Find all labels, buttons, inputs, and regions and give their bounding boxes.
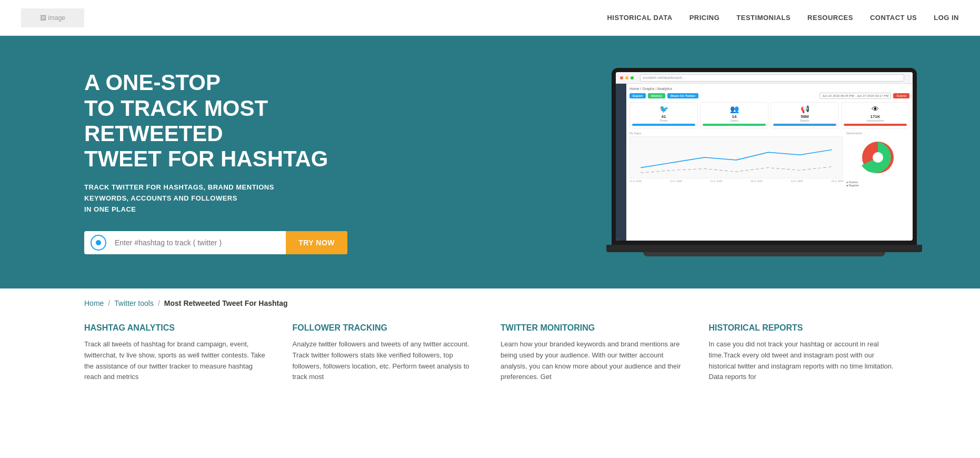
dash-sidebar [616, 84, 626, 241]
feature-historical-reports-desc: In case you did not track your hashtag o… [709, 339, 896, 383]
charts-row: By Days 21.6, 5AM21.6, 5AM21.6, 6AM [629, 132, 909, 187]
main-nav: HISTORICAL DATA PRICING TESTIMONIALS RES… [607, 14, 959, 22]
hero-subtext: TRACK TWITTER FOR HASHTAGS, BRAND MENTIO… [84, 182, 358, 215]
breadcrumb-sep-2: / [158, 299, 160, 307]
hero-content: A ONE-STOP TO TRACK MOST RETWEETED TWEET… [84, 70, 358, 254]
impressions-label: Impressions [844, 119, 907, 122]
logo-area: 🖼 image [21, 8, 84, 27]
posts-label: Posts [632, 119, 695, 122]
laptop-screen-wrapper: socialert.net/dashboard/... Home / Graph… [612, 68, 917, 245]
export-btn[interactable]: Export [629, 93, 646, 98]
users-value: 14 [703, 114, 766, 119]
feature-hashtag-analytics-title: HASHTAG ANALYTICS [84, 323, 272, 333]
feature-hashtag-analytics: HASHTAG ANALYTICS Track all tweets of ha… [84, 323, 272, 383]
stat-cards: 🐦 41 Posts 👥 14 Users [629, 102, 909, 128]
feature-twitter-monitoring: TWITTER MONITORING Learn how your brande… [501, 323, 688, 383]
maximize-dot [631, 76, 634, 79]
line-chart-svg [630, 137, 843, 178]
breadcrumb-twitter-tools[interactable]: Twitter tools [114, 299, 154, 307]
date-range: Jun 22 2016 06:25 PM - Jun 27 2016 02:17… [819, 93, 891, 99]
feature-follower-tracking: FOLLOWER TRACKING Analyze twitter follow… [293, 323, 480, 383]
hero-headline: A ONE-STOP TO TRACK MOST RETWEETED TWEET… [84, 70, 358, 172]
impressions-bar [844, 124, 907, 126]
posts-bar [632, 124, 695, 126]
url-bar: socialert.net/dashboard/... [640, 74, 904, 82]
share-btn[interactable]: Share On Twitter [667, 93, 699, 98]
breadcrumb-section: Home / Twitter tools / Most Retweeted Tw… [0, 288, 980, 313]
pie-chart-svg [857, 136, 899, 178]
feature-historical-reports: HISTORICAL REPORTS In case you did not t… [709, 323, 896, 383]
nav-testimonials[interactable]: TESTIMONIALS [736, 14, 791, 22]
pie-legend: ■ Positive ■ Negative [846, 181, 909, 187]
stat-card-posts: 🐦 41 Posts [629, 102, 698, 128]
users-bar [703, 124, 766, 126]
logo: 🖼 image [21, 8, 84, 27]
close-dot [620, 76, 623, 79]
nav-log-in[interactable]: LOG IN [934, 14, 959, 22]
breadcrumb-sep-1: / [108, 299, 110, 307]
hashtag-search-input[interactable] [106, 231, 286, 254]
posts-icon: 🐦 [632, 105, 695, 113]
line-chart-area: By Days 21.6, 5AM21.6, 5AM21.6, 6AM [629, 132, 843, 187]
feature-historical-reports-title: HISTORICAL REPORTS [709, 323, 896, 333]
reach-label: Reach [773, 119, 836, 122]
laptop: socialert.net/dashboard/... Home / Graph… [601, 68, 927, 256]
users-label: Users [703, 119, 766, 122]
svg-point-1 [873, 152, 883, 163]
dash-main: Home / Graphs / Analytics Export History… [626, 84, 913, 241]
reach-icon: 📢 [773, 105, 836, 113]
dashboard-layout: Home / Graphs / Analytics Export History… [616, 84, 913, 241]
impressions-icon: 👁 [844, 105, 907, 113]
reach-value: 58M [773, 114, 836, 119]
nav-contact-us[interactable]: CONTACT US [870, 14, 917, 22]
feature-follower-tracking-title: FOLLOWER TRACKING [293, 323, 480, 333]
line-chart-labels: 21.6, 5AM21.6, 5AM21.6, 6AM33.6, 5AM23.6… [629, 180, 843, 183]
header: 🖼 image HISTORICAL DATA PRICING TESTIMON… [0, 0, 980, 36]
minimize-dot [625, 76, 628, 79]
hero-section: A ONE-STOP TO TRACK MOST RETWEETED TWEET… [0, 36, 980, 288]
breadcrumb: Home / Twitter tools / Most Retweeted Tw… [84, 299, 896, 307]
users-icon: 👥 [703, 105, 766, 113]
try-now-button[interactable]: TRY NOW [286, 231, 347, 254]
reach-bar [773, 124, 836, 126]
dash-breadcrumb: Home / Graphs / Analytics [629, 87, 909, 91]
stat-card-reach: 📢 58M Reach [771, 102, 839, 128]
feature-twitter-monitoring-desc: Learn how your branded keywords and bran… [501, 339, 688, 383]
feature-twitter-monitoring-title: TWITTER MONITORING [501, 323, 688, 333]
breadcrumb-current: Most Retweeted Tweet For Hashtag [164, 299, 288, 307]
hero-laptop-image: socialert.net/dashboard/... Home / Graph… [601, 68, 927, 256]
submit-btn[interactable]: Submit [893, 93, 909, 98]
stat-card-impressions: 👁 171K Impressions [841, 102, 909, 128]
pie-chart-area: Sentiments [846, 132, 909, 187]
breadcrumb-home[interactable]: Home [84, 299, 104, 307]
line-chart [629, 136, 843, 178]
impressions-value: 171K [844, 114, 907, 119]
mini-browser-bar: socialert.net/dashboard/... [616, 72, 913, 84]
feature-hashtag-analytics-desc: Track all tweets of hashtag for brand ca… [84, 339, 272, 383]
stat-card-users: 👥 14 Users [700, 102, 768, 128]
line-chart-title: By Days [629, 132, 843, 135]
search-form: TRY NOW [84, 231, 347, 254]
nav-historical-data[interactable]: HISTORICAL DATA [607, 14, 672, 22]
pie-chart-title: Sentiments [846, 132, 909, 135]
radio-indicator [91, 235, 106, 251]
laptop-base [606, 245, 922, 252]
features-section: HASHTAG ANALYTICS Track all tweets of ha… [0, 313, 980, 404]
nav-pricing[interactable]: PRICING [689, 14, 720, 22]
dash-toolbar: Export History Share On Twitter Jun 22 2… [629, 93, 909, 99]
pie-chart [857, 136, 899, 178]
history-btn[interactable]: History [648, 93, 665, 98]
feature-follower-tracking-desc: Analyze twitter followers and tweets of … [293, 339, 480, 383]
nav-resources[interactable]: RESOURCES [807, 14, 853, 22]
posts-value: 41 [632, 114, 695, 119]
laptop-screen: socialert.net/dashboard/... Home / Graph… [616, 72, 913, 241]
laptop-stand [643, 252, 885, 256]
